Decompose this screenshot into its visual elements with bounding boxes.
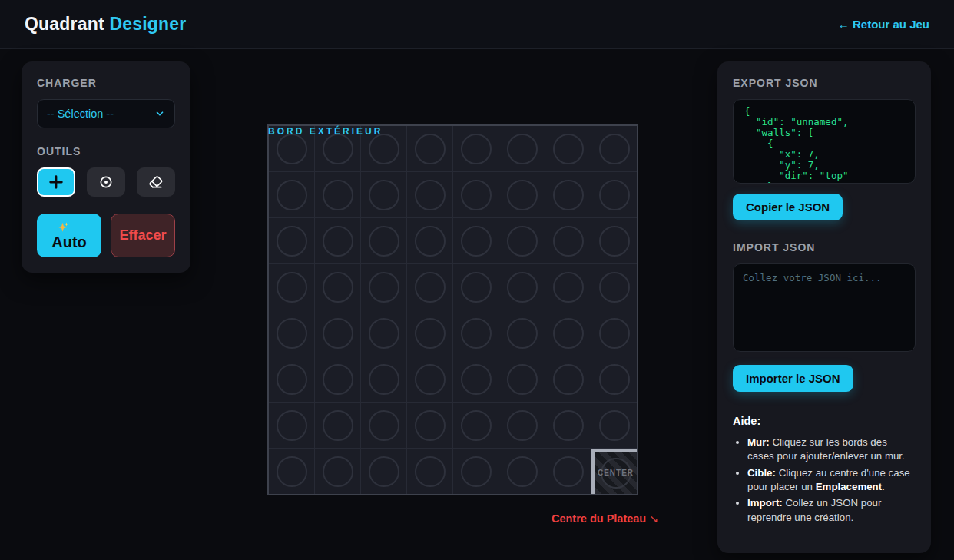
cell-target-pip bbox=[599, 226, 630, 257]
cell-target-pip bbox=[323, 410, 353, 441]
outer-edge-label: BORD EXTÉRIEUR bbox=[268, 126, 383, 137]
board-cell[interactable] bbox=[591, 172, 637, 217]
board-cell[interactable] bbox=[545, 218, 591, 263]
board-cell[interactable] bbox=[407, 403, 452, 448]
target-tool-button[interactable] bbox=[87, 167, 125, 197]
board-cell[interactable] bbox=[361, 403, 406, 448]
board-cell[interactable] bbox=[269, 264, 314, 310]
board-cell[interactable] bbox=[269, 172, 314, 217]
board-cell[interactable] bbox=[361, 356, 406, 402]
export-code-block[interactable]: { "id": "unnamed", "walls": [ { "x": 7, … bbox=[733, 99, 916, 184]
board-cell[interactable] bbox=[407, 356, 452, 402]
board-cell[interactable] bbox=[361, 264, 406, 310]
board-cell[interactable] bbox=[407, 264, 452, 310]
board-cell[interactable] bbox=[361, 218, 406, 263]
board-cell[interactable] bbox=[591, 126, 637, 171]
board-cell[interactable] bbox=[499, 403, 545, 448]
auto-generate-button[interactable]: Auto bbox=[37, 214, 101, 257]
board-cell[interactable] bbox=[269, 218, 314, 263]
cell-target-pip bbox=[323, 364, 353, 395]
board-cell[interactable] bbox=[545, 172, 591, 217]
board-cell[interactable] bbox=[453, 356, 499, 402]
board-cell[interactable] bbox=[315, 403, 360, 448]
help-item-wall: Mur: Cliquez sur les bords des cases pou… bbox=[747, 436, 916, 464]
cell-target-pip bbox=[369, 410, 399, 441]
board-cell[interactable] bbox=[407, 449, 452, 494]
target-icon bbox=[98, 174, 114, 190]
load-select[interactable]: -- Sélection -- bbox=[37, 99, 175, 128]
board-cell[interactable] bbox=[545, 310, 591, 356]
cell-target-pip bbox=[277, 226, 307, 257]
board-cell[interactable] bbox=[407, 310, 452, 356]
center-cell[interactable]: CENTER bbox=[591, 449, 637, 494]
cell-target-pip bbox=[599, 410, 630, 441]
header: Quadrant Designer ← Retour au Jeu bbox=[0, 0, 954, 49]
cell-target-pip bbox=[277, 180, 307, 210]
board-cell[interactable] bbox=[591, 403, 637, 448]
board-cell[interactable] bbox=[315, 264, 360, 310]
copy-json-button[interactable]: Copier le JSON bbox=[733, 194, 843, 220]
board-cell[interactable] bbox=[361, 310, 406, 356]
import-json-textarea[interactable] bbox=[733, 263, 916, 352]
board-cell[interactable] bbox=[315, 449, 360, 494]
board-cell[interactable] bbox=[453, 310, 499, 356]
board-cell[interactable] bbox=[545, 356, 591, 402]
board-cell[interactable] bbox=[407, 172, 452, 217]
board-cell[interactable] bbox=[407, 218, 452, 263]
board-cell[interactable] bbox=[499, 449, 545, 494]
cell-target-pip bbox=[599, 364, 630, 395]
help-item-import: Import: Collez un JSON pour reprendre un… bbox=[747, 496, 916, 525]
board-cell[interactable] bbox=[269, 449, 314, 494]
board-cell[interactable] bbox=[499, 126, 545, 171]
board-cell[interactable] bbox=[315, 218, 360, 263]
eraser-icon bbox=[148, 174, 164, 190]
plus-icon bbox=[48, 174, 65, 191]
cell-target-pip bbox=[553, 272, 584, 303]
tools-section-title: OUTILS bbox=[37, 145, 175, 157]
board-cell[interactable] bbox=[315, 310, 360, 356]
clear-button[interactable]: Effacer bbox=[111, 214, 175, 257]
board-cell[interactable] bbox=[453, 172, 499, 217]
board-cell[interactable] bbox=[269, 356, 314, 402]
cell-target-pip bbox=[461, 272, 492, 303]
board-cell[interactable] bbox=[315, 356, 360, 402]
cell-target-pip bbox=[461, 364, 492, 395]
board-cell[interactable] bbox=[545, 403, 591, 448]
cell-target-pip bbox=[323, 318, 353, 349]
board-cell[interactable] bbox=[453, 126, 499, 171]
board-cell[interactable] bbox=[499, 172, 545, 217]
board-cell[interactable] bbox=[591, 310, 637, 356]
board-cell[interactable] bbox=[545, 449, 591, 494]
cell-target-pip bbox=[507, 318, 538, 349]
cell-target-pip bbox=[369, 180, 399, 210]
board-cell[interactable] bbox=[499, 310, 545, 356]
board-cell[interactable] bbox=[591, 218, 637, 263]
board-cell[interactable] bbox=[453, 403, 499, 448]
board-cell[interactable] bbox=[315, 172, 360, 217]
cell-target-pip bbox=[507, 410, 538, 441]
import-json-button[interactable]: Importer le JSON bbox=[733, 365, 853, 392]
board-cell[interactable] bbox=[453, 264, 499, 310]
board-cell[interactable] bbox=[453, 449, 499, 494]
wall-tool-button[interactable] bbox=[37, 167, 75, 197]
eraser-tool-button[interactable] bbox=[137, 167, 175, 197]
board-cell[interactable] bbox=[591, 356, 637, 402]
board-cell[interactable] bbox=[269, 310, 314, 356]
back-to-game-link[interactable]: ← Retour au Jeu bbox=[838, 18, 929, 31]
board-cell[interactable] bbox=[591, 264, 637, 310]
cell-target-pip bbox=[507, 456, 538, 487]
export-code: { "id": "unnamed", "walls": [ { "x": 7, … bbox=[744, 106, 904, 184]
cell-target-pip bbox=[553, 180, 584, 210]
board-cell[interactable] bbox=[545, 264, 591, 310]
board-cell[interactable] bbox=[499, 356, 545, 402]
board-cell[interactable] bbox=[361, 172, 406, 217]
board-cell[interactable] bbox=[545, 126, 591, 171]
board-cell[interactable] bbox=[407, 126, 452, 171]
board-cell[interactable] bbox=[361, 449, 406, 494]
board-cell[interactable] bbox=[499, 218, 545, 263]
board-cell[interactable] bbox=[269, 403, 314, 448]
board-cell[interactable] bbox=[453, 218, 499, 263]
cell-target-pip bbox=[369, 318, 399, 349]
board-cell[interactable] bbox=[499, 264, 545, 310]
cell-target-pip bbox=[415, 364, 446, 395]
